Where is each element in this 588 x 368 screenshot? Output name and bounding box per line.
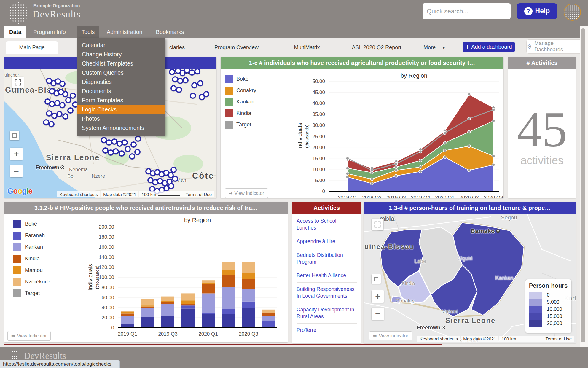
tab-multimatrix[interactable]: MultiMatrix [283, 41, 331, 54]
page-scrollbar[interactable] [580, 26, 588, 347]
zoom-out-button[interactable]: − [10, 165, 23, 177]
map-marker[interactable] [169, 69, 175, 75]
tab-asl-2020-q2-report[interactable]: ASL 2020 Q2 Report [344, 41, 409, 54]
manage-dashboards-button[interactable]: ⚙ Manage Dashboards [526, 39, 583, 54]
legend-item-nz-r-kor: Nzérékoré [13, 278, 50, 286]
terms-of-use-link[interactable]: Terms of Use [543, 336, 574, 342]
choropleth-map[interactable]: mbiaSegouBamakouinea-BissauLabeSiguiriKa… [364, 214, 576, 343]
legend-swatch [529, 313, 542, 320]
map-marker[interactable] [182, 77, 189, 83]
zoom-in-button[interactable]: + [372, 290, 384, 303]
menu-item-diagnostics[interactable]: Diagnostics [77, 77, 165, 87]
legend-item-kankan: Kankan [13, 243, 43, 251]
svg-text:0: 0 [322, 189, 325, 194]
map-marker[interactable] [134, 149, 141, 155]
tab-ciaries[interactable]: ciaries [167, 41, 187, 54]
map-marker[interactable] [190, 93, 196, 99]
map-marker[interactable] [199, 94, 205, 100]
map-marker[interactable] [197, 80, 203, 86]
view-indicator-button[interactable]: ➡View indicator [369, 331, 412, 340]
view-indicator-button[interactable]: ➡View Indicator [225, 188, 268, 198]
svg-text:50.00: 50.00 [312, 79, 325, 84]
scrollbar-thumb[interactable] [581, 28, 585, 342]
svg-text:5.00: 5.00 [315, 178, 325, 183]
legend-swatch [225, 121, 233, 129]
nav-tab-bookmarks[interactable]: Bookmarks [154, 26, 186, 38]
avatar[interactable] [564, 4, 581, 21]
svg-text:100.00: 100.00 [99, 275, 114, 280]
add-dashboard-button[interactable]: + Add a dashboard [463, 42, 515, 52]
map-marker[interactable] [135, 136, 141, 142]
nav-tab-administration[interactable]: Administration [104, 26, 145, 38]
map-marker[interactable] [191, 82, 197, 88]
map-marker[interactable] [48, 121, 55, 127]
svg-text:20.00: 20.00 [101, 315, 114, 321]
menu-item-change-history[interactable]: Change History [77, 50, 165, 59]
fullscreen-button[interactable] [12, 77, 24, 88]
map-marker[interactable] [168, 183, 174, 189]
activity-link-building-responsiveness-in-local-governments[interactable]: Building Responsiveness In Local Governm… [297, 283, 357, 303]
menu-item-logic-checks[interactable]: Logic Checks [77, 105, 165, 114]
activity-link-better-health-alliance[interactable]: Better Health Alliance [297, 269, 357, 283]
tab-more[interactable]: More...▼ [420, 41, 449, 54]
zoom-in-button[interactable]: + [10, 148, 23, 160]
terms-of-use-link[interactable]: Terms of Use [183, 191, 214, 197]
svg-text:Individuals: Individuals [87, 264, 93, 291]
map-marker[interactable] [62, 91, 68, 97]
nav-tab-tools[interactable]: Tools [77, 26, 99, 38]
menu-item-photos[interactable]: Photos [77, 114, 165, 123]
activity-link-capacity-development-in-rural-areas[interactable]: Capacity Development in Rural Areas [297, 303, 357, 324]
map-marker[interactable] [125, 146, 131, 152]
help-button[interactable]: ? Help [517, 3, 557, 19]
view-indicator-button[interactable]: ➡View Indicator [7, 331, 51, 341]
svg-text:40.00: 40.00 [101, 305, 114, 310]
menu-item-checklist-templates[interactable]: Checklist Templates [77, 59, 165, 68]
keyboard-shortcuts-link[interactable]: Keyboard shortcuts [417, 336, 460, 342]
menu-item-form-templates[interactable]: Form Templates [77, 96, 165, 105]
map-label: uinea-Bissau [364, 243, 414, 251]
activity-link-proterre[interactable]: ProTerre [297, 324, 357, 337]
menu-item-custom-queries[interactable]: Custom Queries [77, 68, 165, 77]
map-marker[interactable] [119, 150, 125, 157]
map-mode-button[interactable] [10, 131, 19, 140]
map-marker[interactable] [176, 87, 182, 93]
menu-item-documents[interactable]: Documents [77, 87, 165, 96]
map-marker[interactable] [130, 141, 137, 148]
map-marker[interactable] [59, 81, 66, 87]
map-marker[interactable] [122, 139, 128, 146]
map-marker[interactable] [172, 176, 178, 182]
map-label: Freetown [36, 165, 64, 171]
legend-item-bok: Boké [225, 75, 248, 83]
main-nav: DataProgram InfoToolsAdministrationBookm… [0, 26, 588, 38]
svg-text:Individuals: Individuals [297, 123, 303, 150]
map-marker[interactable] [59, 102, 66, 108]
search-input[interactable] [426, 7, 508, 15]
keyboard-shortcuts-link[interactable]: Keyboard shortcuts [57, 191, 100, 197]
zoom-out-button[interactable]: − [372, 308, 384, 320]
nav-tab-program-info[interactable]: Program Info [31, 26, 68, 38]
map-marker[interactable] [56, 111, 63, 117]
map-marker[interactable] [70, 93, 76, 99]
legend-label: 20,000 [547, 321, 562, 326]
map-marker[interactable] [129, 153, 135, 160]
map-marker[interactable] [67, 107, 74, 114]
quick-search[interactable] [423, 3, 511, 19]
legend-item: 10,000 [529, 306, 571, 313]
map-marker[interactable] [62, 113, 68, 120]
fullscreen-button[interactable] [372, 219, 383, 230]
map-label: Sierra Leone [46, 153, 100, 162]
map-marker[interactable] [113, 148, 119, 154]
activity-link-bednets-distribution-program[interactable]: Bednets Distribution Program [297, 248, 357, 269]
tab-program-overview[interactable]: Program Overview [206, 41, 267, 54]
svg-text:by Region: by Region [184, 217, 211, 223]
menu-item-calendar[interactable]: Calendar [77, 41, 165, 50]
activity-link-apprendre-lire[interactable]: Apprendre à Lire [297, 235, 357, 248]
nav-tab-data[interactable]: Data [4, 26, 26, 38]
menu-item-system-announcements[interactable]: System Announcements [77, 123, 165, 133]
activity-link-access-to-school-lunches[interactable]: Access to School Lunches [297, 214, 357, 235]
svg-text:140.00: 140.00 [99, 254, 114, 260]
map-mode-button[interactable] [372, 274, 381, 284]
legend-swatch [13, 243, 21, 251]
map-marker[interactable] [170, 167, 177, 173]
tab-main-page[interactable]: Main Page [6, 41, 58, 54]
